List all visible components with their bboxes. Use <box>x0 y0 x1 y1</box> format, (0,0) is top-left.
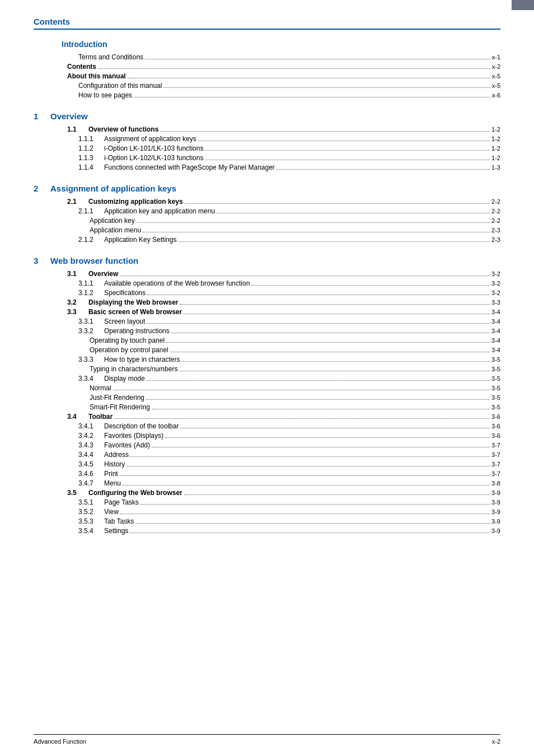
toc-fill <box>198 141 490 141</box>
toc-entry: Just-Fit Rendering3-5 <box>90 394 500 402</box>
toc-page: 3-6 <box>491 423 500 430</box>
toc-page: 3-4 <box>491 328 500 334</box>
toc-section-num: 2.1.2 <box>78 236 104 244</box>
toc-fill <box>120 514 490 514</box>
toc-entry: 3.3.4Display mode3-5 <box>78 375 500 382</box>
toc-fill <box>178 241 490 242</box>
toc-label: Address <box>104 451 129 459</box>
toc-fill <box>170 352 490 352</box>
toc-fill <box>147 323 490 324</box>
toc-fill <box>163 87 490 88</box>
toc-page: 3-3 <box>491 299 500 306</box>
toc-fill <box>166 342 490 343</box>
toc-label: Application Key Settings <box>104 236 176 244</box>
page-footer: Advanced Function x-2 <box>34 734 500 745</box>
toc-page: x-1 <box>492 54 500 60</box>
toc-entry: Contentsx-2 <box>67 63 500 71</box>
toc-entry: Smart-Fit Rendering3-5 <box>90 403 500 411</box>
toc-section-num: 3.5 <box>67 489 88 497</box>
toc-fill <box>152 447 490 447</box>
toc-label: Description of the toolbar <box>104 422 179 430</box>
toc-entry: 3.4.5History3-7 <box>78 460 500 468</box>
toc-section-num: 3.5.4 <box>78 527 104 535</box>
toc-fill <box>127 466 490 466</box>
toc-fill <box>180 304 490 305</box>
chapter-title: Web browser function <box>50 256 138 265</box>
toc-fill <box>98 68 490 69</box>
toc-fill <box>145 59 490 59</box>
toc-label: Terms and Conditions <box>78 53 143 61</box>
toc-entry: 1.1Overview of functions1-2 <box>67 125 500 133</box>
toc-fill <box>113 390 490 390</box>
toc-entry: 3.1.2Specifications3-2 <box>78 289 500 297</box>
toc-label: Available operations of the Web browser … <box>104 279 250 287</box>
toc-label: Overview of functions <box>88 125 158 133</box>
toc-page: 2-3 <box>491 227 500 234</box>
toc-fill <box>277 169 490 170</box>
toc-page: 3-4 <box>491 309 500 315</box>
intro-toc: Terms and Conditionsx-1Contentsx-2About … <box>34 53 500 99</box>
toc-label: i-Option LK-101/LK-103 functions <box>104 144 203 152</box>
toc-page: 3-4 <box>491 318 500 325</box>
toc-fill <box>171 333 490 333</box>
toc-fill <box>181 361 490 362</box>
toc-entry: 3.4.4Address3-7 <box>78 451 500 459</box>
toc-label: Configuring the Web browser <box>88 489 182 497</box>
toc-entry: 3.1.1Available operations of the Web bro… <box>78 279 500 287</box>
toc-label: Favorites (Displays) <box>104 432 163 440</box>
chapter-number: 1 <box>34 111 50 121</box>
toc-label: Application key and application menu <box>104 207 215 215</box>
toc-fill <box>180 428 490 428</box>
toc-entry: 2.1.2Application Key Settings2-3 <box>78 236 500 244</box>
toc-label: Display mode <box>104 375 145 382</box>
toc-label: Assignment of application keys <box>104 135 196 143</box>
toc-page: 1-2 <box>491 136 500 142</box>
toc-label: Print <box>104 470 118 478</box>
toc-section-num: 3.4.1 <box>78 422 104 430</box>
toc-label: Menu <box>104 479 121 487</box>
toc-fill <box>179 371 490 371</box>
toc-label: Operating by touch panel <box>90 337 165 344</box>
toc-entry: Terms and Conditionsx-1 <box>78 53 500 61</box>
chapter-section: 1Overview1.1Overview of functions1-21.1.… <box>34 111 500 171</box>
toc-label: Page Tasks <box>104 498 139 506</box>
toc-page: 3-9 <box>491 518 500 525</box>
toc-page: 3-9 <box>491 499 500 506</box>
toc-section-num: 3.4.2 <box>78 432 104 440</box>
toc-section-num: 1.1.3 <box>78 154 104 162</box>
intro-heading: Introduction <box>62 40 500 49</box>
toc-page: 3-5 <box>491 356 500 363</box>
toc-entry: 3.5Configuring the Web browser3-9 <box>67 489 500 497</box>
chapters-container: 1Overview1.1Overview of functions1-21.1.… <box>34 111 500 535</box>
toc-section-num: 3.1 <box>67 270 88 278</box>
toc-page: x-5 <box>492 73 500 80</box>
toc-entry: 2.1Customizing application keys2-2 <box>67 198 500 206</box>
toc-page: 3-2 <box>491 290 500 296</box>
toc-entry: Typing in characters/numbers3-5 <box>90 365 500 373</box>
toc-entry: Operation by control panel3-4 <box>90 346 500 354</box>
toc-page: 3-7 <box>491 461 500 468</box>
toc-page: 3-4 <box>491 337 500 344</box>
toc-entry: How to see pagesx-6 <box>78 91 500 99</box>
toc-fill <box>120 276 490 276</box>
toc-label: Contents <box>67 63 96 71</box>
toc-page: 2-3 <box>491 236 500 243</box>
toc-page: 3-7 <box>491 470 500 477</box>
toc-page: 3-2 <box>491 270 500 277</box>
toc-fill <box>205 150 490 151</box>
toc-page: 3-5 <box>491 366 500 372</box>
toc-page: 3-5 <box>491 385 500 391</box>
toc-page: 1-2 <box>491 145 500 152</box>
chapter-section: 3Web browser function3.1Overview3-23.1.1… <box>34 256 500 535</box>
toc-entry: 3.5.2View3-9 <box>78 508 500 516</box>
toc-label: Configuration of this manual <box>78 82 162 90</box>
toc-page: 3-8 <box>491 480 500 487</box>
toc-entry: 3.4.2Favorites (Displays)3-6 <box>78 432 500 440</box>
toc-section-num: 3.3.1 <box>78 318 104 325</box>
toc-label: i-Option LK-102/LK-103 functions <box>104 154 203 162</box>
toc-page: x-5 <box>492 82 500 89</box>
toc-entry: 3.5.1Page Tasks3-9 <box>78 498 500 506</box>
toc-entry: 1.1.1Assignment of application keys1-2 <box>78 135 500 143</box>
toc-label: Toolbar <box>88 413 113 421</box>
toc-entry: 3.5.4Settings3-9 <box>78 527 500 535</box>
